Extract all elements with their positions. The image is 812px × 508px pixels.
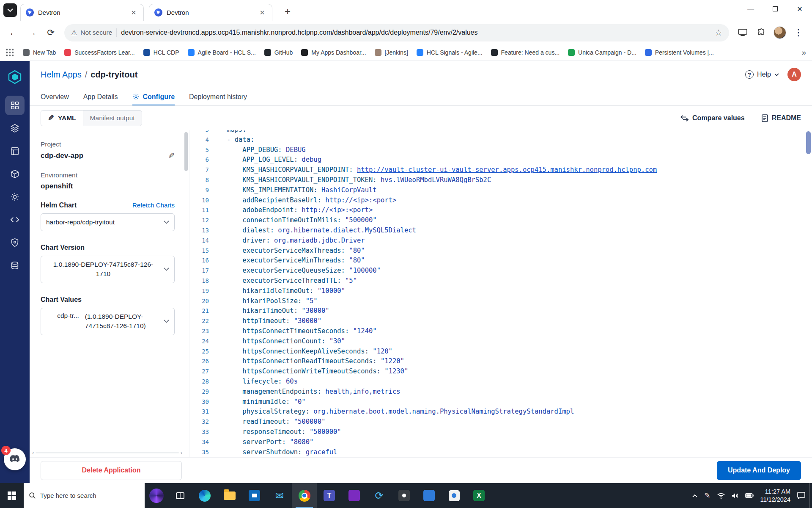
discord-chat-button[interactable]: 4 [4,448,26,470]
scroll-left-icon[interactable]: ‹ [32,450,34,456]
address-bar[interactable]: ⚠ Not secure devtron-service-devtroncd.a… [64,24,729,41]
browser-menu-kebab-icon[interactable]: ⋮ [790,24,807,41]
start-button[interactable] [0,483,24,508]
network-icon[interactable] [717,493,725,499]
bookmark-item[interactable]: SuccessFactors Lear... [64,49,134,56]
profile-avatar[interactable] [771,24,788,41]
sidebar-item-app-groups[interactable] [5,141,25,161]
pen-icon[interactable]: ✎ [704,491,710,500]
code-line: 23 httpsConnectTimeoutSeconds: "1240" [189,326,812,337]
bookmarks-overflow-chevron[interactable]: » [801,48,806,57]
sidebar-item-applications[interactable] [5,96,25,115]
panel-vertical-scrollbar[interactable] [184,132,188,171]
scroll-right-icon[interactable]: › [181,450,182,456]
forward-button[interactable]: → [24,24,41,41]
yaml-code-editor[interactable]: 3maps:4- data:5 APP_DEBUG: DEBUG6 APP_LO… [189,130,812,457]
sidebar-item-charts[interactable] [5,164,25,184]
compare-values-button[interactable]: Compare values [680,114,745,122]
update-and-deploy-button[interactable]: Update And Deploy [717,461,801,480]
editor-scroll-thumb[interactable] [806,131,811,154]
task-view-button[interactable] [168,483,192,508]
taskbar-mail-icon[interactable]: ✉ [267,483,292,508]
sidebar-item-api[interactable] [5,210,25,229]
bookmark-item[interactable]: New Tab [23,49,56,56]
readme-button[interactable]: README [762,114,801,122]
tab-close-icon[interactable]: ✕ [129,8,138,17]
action-center-icon[interactable] [797,492,805,499]
sidebar-item-clusters[interactable] [5,256,25,275]
bookmark-star-icon[interactable]: ☆ [715,28,722,38]
sidebar-item-security[interactable] [5,233,25,252]
taskbar-chrome-icon[interactable] [292,483,317,508]
window-close-button[interactable]: ✕ [787,0,812,18]
chart-values-select[interactable]: cdp-tr... (1.0.1890-DEPLOY-74715c87-126-… [41,308,175,335]
taskbar-photos-icon[interactable] [442,483,466,508]
taskbar-search-box[interactable]: Type here to search [24,483,145,508]
editor-scrollbar[interactable] [806,131,811,457]
bookmark-label: My Apps Dashboar... [311,49,366,56]
tab-overview[interactable]: Overview [41,88,69,105]
yaml-view-button[interactable]: ✎ YAML [41,110,83,126]
taskbar-dark-app-icon[interactable] [392,483,417,508]
devtron-logo[interactable] [6,69,23,86]
tray-expand-chevron[interactable] [692,494,697,497]
bookmark-item[interactable]: [Jenkins] [375,49,408,56]
taskbar-purple-app-icon[interactable] [342,483,367,508]
edit-project-icon[interactable]: ✎ [168,151,175,160]
helm-chart-label: Helm Chart [41,202,77,209]
sidebar-item-jobs[interactable] [5,119,25,138]
security-chip[interactable]: ⚠ Not secure [71,29,112,37]
tab-app-details[interactable]: App Details [83,88,118,105]
helm-chart-select[interactable]: harbor-repo/cdp-tryitout [41,213,175,231]
tab-close-icon[interactable]: ✕ [258,8,267,17]
taskbar-sync-icon[interactable]: ⟳ [367,483,392,508]
chart-values-version: (1.0.1890-DEPLOY-74715c87-126-1710) [85,312,149,331]
bookmark-item[interactable]: GitHub [264,49,293,56]
tab-configure[interactable]: Configure [132,88,175,105]
bookmark-item[interactable]: Persistent Volumes |... [645,49,714,56]
chart-version-select[interactable]: 1.0.1890-DEPLOY-74715c87-126-1710 [41,256,175,283]
new-tab-button[interactable]: + [280,4,295,19]
taskbar-file-explorer-icon[interactable] [217,483,242,508]
manifest-output-button[interactable]: Manifest output [83,110,142,126]
taskbar-edge-icon[interactable] [192,483,217,508]
taskbar-teams-icon[interactable]: T [317,483,342,508]
browser-tab-1[interactable]: Devtron ✕ [20,4,144,21]
sidebar-item-global-config[interactable] [5,187,25,207]
bookmark-item[interactable]: HCL Signals - Agile... [417,49,483,56]
taskbar-excel-icon[interactable]: X [466,483,491,508]
apps-grid-icon[interactable] [6,49,14,56]
taskbar-blue-app-icon[interactable] [417,483,442,508]
window-minimize-button[interactable]: — [738,0,763,18]
help-menu[interactable]: ? Help [745,70,779,79]
show-desktop-button[interactable] [809,483,812,508]
bookmark-item[interactable]: HCL CDP [143,49,179,56]
refetch-charts-link[interactable]: Refetch Charts [132,202,175,209]
back-button[interactable]: ← [5,24,22,41]
bookmark-item[interactable]: Agile Board - HCL S... [188,49,256,56]
breadcrumb-helm-apps-link[interactable]: Helm Apps [41,70,82,80]
tab-deployment-history[interactable]: Deployment history [189,88,247,105]
code-text: httpsConnectionKeepAliveSeconds: "120" [209,347,392,357]
reload-button[interactable]: ⟳ [42,24,59,41]
url-text[interactable]: devtron-service-devtroncd.apps.ocp415.ma… [121,29,710,36]
tab-search-button[interactable] [3,3,17,17]
bookmark-item[interactable]: Unica Campaign - D... [568,49,636,56]
bookmark-item[interactable]: Feature: Need a cus... [491,49,560,56]
delete-application-button[interactable]: Delete Application [41,461,182,480]
battery-icon[interactable] [745,493,754,498]
panel-horizontal-scrollbar[interactable]: ‹ › [32,450,182,456]
warning-icon: ⚠ [71,29,77,37]
window-maximize-button[interactable] [763,0,787,18]
bookmark-item[interactable]: My Apps Dashboar... [301,49,366,56]
speaker-icon[interactable] [732,493,738,499]
extensions-icon[interactable] [753,24,770,41]
windows-logo-icon [8,491,16,500]
taskbar-clock[interactable]: 11:27 AM 11/12/2024 [760,488,791,504]
taskbar-store-icon[interactable] [242,483,267,508]
cortana-button[interactable] [145,483,168,508]
browser-tab-2[interactable]: Devtron ✕ [149,4,272,21]
clock-time: 11:27 AM [760,488,791,496]
cast-icon[interactable] [734,24,751,41]
user-avatar[interactable]: A [787,68,801,81]
